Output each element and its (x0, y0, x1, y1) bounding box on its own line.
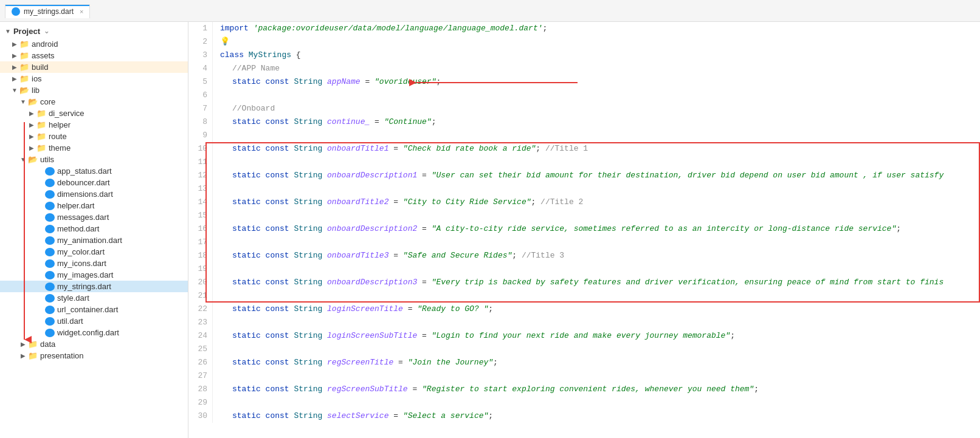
project-title: Project (13, 27, 40, 36)
sidebar-item-messages[interactable]: messages.dart (0, 211, 188, 223)
label-widget-config: widget.config.dart (57, 328, 119, 337)
label-build: build (32, 63, 48, 72)
file-tab[interactable]: my_strings.dart × (5, 4, 90, 18)
chevron-presentation: ▶ (18, 352, 28, 359)
file-icon-my-strings (45, 282, 55, 291)
code-line-17 (220, 236, 980, 249)
file-icon-messages (45, 213, 55, 222)
label-url-container: url_container.dart (57, 305, 118, 314)
code-line-2: 💡 (220, 35, 980, 49)
sidebar-item-my-icons[interactable]: my_icons.dart (0, 258, 188, 269)
sidebar-item-debouncer[interactable]: debouncer.dart (0, 177, 188, 188)
chevron-di-service: ▶ (27, 110, 36, 117)
project-header[interactable]: ▼ Project ⌄ (0, 24, 188, 38)
sidebar-item-android[interactable]: ▶ 📁 android (0, 38, 188, 50)
file-icon-my-images (45, 271, 55, 279)
code-line-29 (220, 396, 980, 409)
sidebar-item-my-strings[interactable]: my_strings.dart (0, 281, 188, 292)
sidebar-item-di-service[interactable]: ▶ 📁 di_service (0, 108, 188, 119)
label-style: style.dart (57, 293, 89, 303)
code-line-14: static const String onboardTitle2 = "Cit… (220, 196, 980, 209)
label-my-color: my_color.dart (57, 247, 105, 256)
chevron-data: ▶ (18, 341, 28, 347)
sidebar: ▼ Project ⌄ ▶ 📁 android ▶ 📁 assets ▶ 📁 b… (0, 22, 188, 438)
sidebar-item-my-animation[interactable]: my_animation.dart (0, 234, 188, 246)
label-util: util.dart (57, 317, 83, 326)
code-line-11 (220, 156, 980, 169)
sidebar-item-utils[interactable]: ▼ 📂 utils (0, 154, 188, 165)
file-icon-app-status (45, 167, 55, 176)
sidebar-item-core[interactable]: ▼ 📂 core (0, 96, 188, 108)
sidebar-item-ios[interactable]: ▶ 📁 ios (0, 73, 188, 84)
chevron-build: ▶ (10, 64, 19, 70)
label-my-icons: my_icons.dart (57, 259, 106, 268)
label-my-images: my_images.dart (57, 270, 113, 279)
tab-close-button[interactable]: × (80, 8, 83, 15)
sidebar-item-assets[interactable]: ▶ 📁 assets (0, 50, 188, 61)
sidebar-item-helper[interactable]: ▶ 📁 helper (0, 119, 188, 131)
sidebar-item-method[interactable]: method.dart (0, 223, 188, 234)
file-icon-helper (45, 202, 55, 210)
sidebar-item-my-images[interactable]: my_images.dart (0, 269, 188, 281)
folder-assets-icon: 📁 (19, 51, 29, 60)
sidebar-item-my-color[interactable]: my_color.dart (0, 246, 188, 258)
folder-lib-icon: 📂 (19, 86, 29, 95)
folder-data-icon: 📁 (28, 340, 38, 349)
sidebar-item-build[interactable]: ▶ 📁 build (0, 61, 188, 73)
folder-utils-icon: 📂 (28, 155, 38, 164)
sidebar-item-url-container[interactable]: url_container.dart (0, 304, 188, 315)
label-utils: utils (40, 155, 54, 164)
top-bar: my_strings.dart × (0, 0, 980, 22)
code-editor[interactable]: 12345 678910 1112131415 1617181920 21222… (188, 22, 980, 438)
label-presentation: presentation (40, 351, 84, 360)
sidebar-item-helper-dart[interactable]: helper.dart (0, 200, 188, 211)
sidebar-item-route[interactable]: ▶ 📁 route (0, 131, 188, 142)
label-my-animation: my_animation.dart (57, 236, 122, 245)
sidebar-item-dimensions[interactable]: dimensions.dart (0, 188, 188, 200)
tab-label: my_strings.dart (24, 7, 74, 16)
chevron-lib: ▼ (10, 87, 19, 94)
folder-theme-icon: 📁 (36, 143, 46, 152)
code-line-9 (220, 129, 980, 142)
code-line-7: //Onboard (220, 102, 980, 115)
chevron-route: ▶ (27, 133, 36, 140)
file-icon-my-icons (45, 259, 55, 268)
folder-presentation-icon: 📁 (28, 351, 38, 360)
folder-ios-icon: 📁 (19, 74, 29, 83)
chevron-core: ▼ (18, 98, 28, 105)
code-line-25 (220, 343, 980, 356)
file-icon-dimensions (45, 190, 55, 199)
code-line-10: static const String onboardTitle1 = "Che… (220, 142, 980, 156)
code-line-30: static const String selectService = "Sel… (220, 409, 980, 423)
label-core: core (40, 97, 55, 106)
file-icon-my-color (45, 248, 55, 256)
sidebar-item-style[interactable]: style.dart (0, 292, 188, 304)
label-di-service: di_service (49, 109, 85, 118)
sidebar-item-data[interactable]: ▶ 📁 data (0, 338, 188, 350)
file-icon-method (45, 225, 55, 233)
code-lines: import 'package:ovorideuser/data/model/l… (213, 22, 980, 423)
code-line-20: static const String onboardDescription3 … (220, 276, 980, 289)
dart-file-icon (12, 7, 20, 16)
code-line-21 (220, 289, 980, 303)
sidebar-item-lib[interactable]: ▼ 📂 lib (0, 84, 188, 96)
label-dimensions: dimensions.dart (57, 190, 113, 199)
chevron-assets: ▶ (10, 52, 19, 59)
sidebar-item-presentation[interactable]: ▶ 📁 presentation (0, 350, 188, 361)
code-line-18: static const String onboardTitle3 = "Saf… (220, 249, 980, 262)
project-dropdown-icon: ⌄ (44, 27, 49, 35)
code-line-4: //APP Name (220, 62, 980, 75)
folder-helper-icon: 📁 (36, 120, 46, 129)
code-line-13 (220, 182, 980, 196)
sidebar-item-widget-config[interactable]: widget.config.dart (0, 327, 188, 338)
sidebar-item-app-status[interactable]: app_status.dart (0, 165, 188, 177)
file-icon-util (45, 317, 55, 326)
sidebar-item-theme[interactable]: ▶ 📁 theme (0, 142, 188, 154)
code-line-19 (220, 262, 980, 276)
code-line-6 (220, 89, 980, 102)
chevron-ios: ▶ (10, 75, 19, 82)
line-numbers: 12345 678910 1112131415 1617181920 21222… (188, 22, 213, 423)
chevron-theme: ▶ (27, 145, 36, 151)
sidebar-item-util[interactable]: util.dart (0, 315, 188, 327)
folder-di-service-icon: 📁 (36, 109, 46, 118)
